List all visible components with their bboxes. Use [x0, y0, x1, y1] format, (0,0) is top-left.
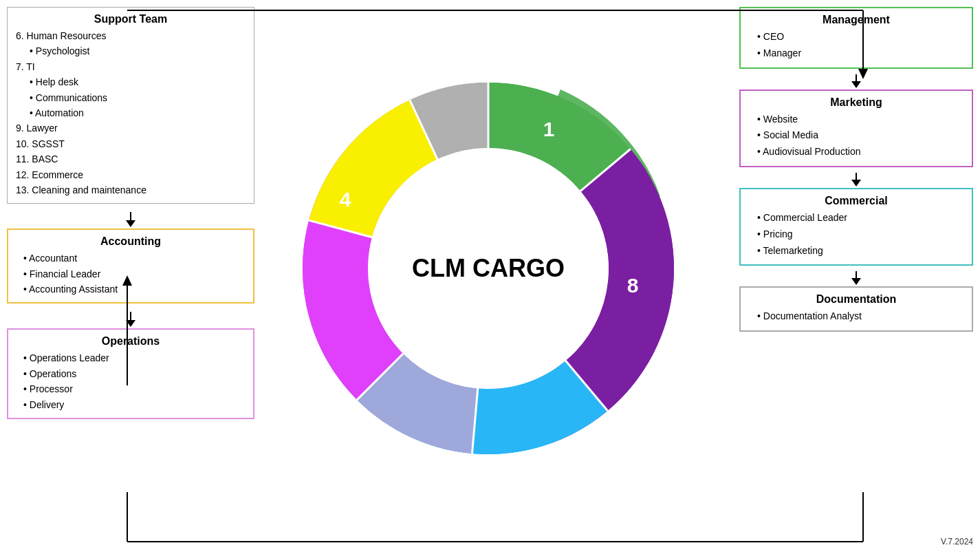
label-4: 4	[340, 188, 351, 211]
operations-leader: Operations Leader	[17, 350, 245, 365]
center-chart: 1 8 2 5 3 4	[254, 21, 722, 516]
management-ceo: CEO	[750, 29, 962, 45]
support-item-hr: 6. Human Resources	[16, 28, 246, 43]
left-panel: Support Team 6. Human Resources Psycholo…	[7, 7, 254, 419]
operations-title: Operations	[17, 335, 245, 348]
operations-processor: Processor	[17, 381, 245, 396]
management-title: Management	[750, 14, 962, 26]
marketing-website: Website	[750, 112, 962, 128]
marketing-title: Marketing	[750, 96, 962, 109]
support-item-sgsst: 10. SGSST	[16, 136, 246, 151]
label-1: 1	[543, 118, 555, 140]
operations-box: Operations Operations Leader Operations …	[7, 328, 254, 419]
arrow-down-1	[7, 212, 254, 229]
marketing-audiovisual: Audiovisual Production	[750, 144, 962, 160]
arrow-down-2	[7, 312, 254, 328]
support-item-cleaning: 13. Cleaning and maintenance	[16, 182, 246, 198]
page-container: Support Team 6. Human Resources Psycholo…	[0, 0, 980, 552]
donut-center-label: CLM CARGO	[412, 254, 565, 283]
commercial-title: Commercial	[750, 195, 962, 207]
commercial-box: Commercial Commercial Leader Pricing Tel…	[739, 188, 973, 266]
management-manager: Manager	[750, 45, 962, 62]
commercial-pricing: Pricing	[750, 226, 962, 243]
svg-marker-15	[851, 180, 861, 187]
support-sub-communications: Communications	[16, 90, 246, 105]
svg-marker-1	[126, 220, 135, 227]
accounting-title: Accounting	[17, 235, 245, 248]
support-item-basc: 11. BASC	[16, 151, 246, 167]
label-8: 8	[627, 274, 639, 297]
donut-container: 1 8 2 5 3 4	[289, 69, 688, 468]
documentation-title: Documentation	[750, 293, 962, 306]
support-team-title: Support Team	[16, 13, 246, 25]
version-text: V.7.2024	[941, 537, 973, 546]
accounting-assistant: Accounting Assistant	[17, 282, 245, 297]
operations-delivery: Delivery	[17, 397, 245, 412]
marketing-social-media: Social Media	[750, 127, 962, 144]
support-team-box: Support Team 6. Human Resources Psycholo…	[7, 7, 254, 204]
support-sub-helpdesk: Help desk	[16, 74, 246, 89]
accounting-accountant: Accountant	[17, 251, 245, 266]
svg-marker-3	[126, 320, 135, 327]
commercial-leader: Commercial Leader	[750, 210, 962, 226]
marketing-box: Marketing Website Social Media Audiovisu…	[739, 89, 973, 167]
accounting-box: Accounting Accountant Financial Leader A…	[7, 229, 254, 304]
commercial-telemarketing: Telemarketing	[750, 243, 962, 259]
arrow-right-1	[739, 74, 973, 89]
svg-marker-17	[851, 278, 861, 285]
label-3: 3	[333, 381, 345, 403]
label-5: 5	[417, 439, 429, 462]
svg-marker-13	[851, 81, 861, 88]
support-sub-automation: Automation	[16, 105, 246, 120]
arrow-right-3	[739, 271, 973, 286]
documentation-analyst: Documentation Analyst	[750, 308, 962, 325]
support-item-ecommerce: 12. Ecommerce	[16, 167, 246, 182]
operations-operations: Operations	[17, 366, 245, 381]
support-item-lawyer: 9. Lawyer	[16, 120, 246, 136]
arrow-right-2	[739, 173, 973, 188]
support-sub-psychologist: Psychologist	[16, 43, 246, 59]
right-panel: Management CEO Manager Marketing Website…	[739, 7, 973, 337]
support-item-ti: 7. TI	[16, 59, 246, 74]
label-2: 2	[613, 401, 625, 424]
management-box: Management CEO Manager	[739, 7, 973, 69]
accounting-financial-leader: Financial Leader	[17, 266, 245, 282]
documentation-box: Documentation Documentation Analyst	[739, 286, 973, 332]
